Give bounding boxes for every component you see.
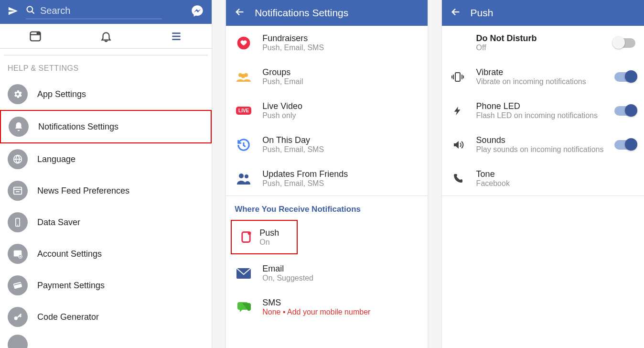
item-push[interactable]: Push On	[231, 220, 298, 254]
back-icon[interactable]	[451, 7, 461, 20]
item-live-video[interactable]: LIVE Live Video Push only	[226, 94, 427, 128]
item-sub: On, Suggested	[262, 274, 313, 283]
back-icon[interactable]	[235, 7, 245, 20]
menu-label: Language	[37, 154, 75, 164]
item-sub: Play sounds on incoming notifications	[476, 145, 604, 154]
more-icon	[8, 335, 28, 348]
push-settings-panel: Push Do Not Disturb Off Vibrate Vibrate …	[442, 0, 644, 348]
topbar	[0, 0, 212, 24]
groups-icon	[235, 68, 253, 86]
item-title: Updates From Friends	[262, 169, 348, 179]
email-icon	[235, 264, 253, 283]
item-tone[interactable]: Tone Facebook	[442, 162, 644, 196]
item-title: Do Not Disturb	[476, 33, 537, 44]
toggle-sounds[interactable]	[614, 140, 635, 150]
svg-rect-32	[455, 73, 460, 81]
search-input[interactable]	[39, 5, 162, 17]
item-title: Tone	[476, 169, 510, 179]
key-icon	[8, 307, 28, 327]
history-icon	[235, 136, 253, 154]
item-title: Live Video	[262, 101, 302, 111]
toggle-dnd[interactable]	[614, 38, 635, 48]
header: Notifications Settings	[226, 0, 427, 26]
item-sub: Flash LED on incoming notifications	[476, 111, 598, 120]
header-title: Notifications Settings	[255, 7, 348, 19]
bolt-icon	[449, 102, 467, 120]
settings-panel: HELP & SETTINGS App Settings Notificatio…	[0, 0, 212, 348]
menu-label: News Feed Preferences	[37, 186, 129, 196]
item-fundraisers[interactable]: Fundraisers Push, Email, SMS	[226, 26, 427, 60]
svg-point-5	[39, 33, 40, 33]
menu-data-saver[interactable]: Data Saver	[0, 207, 212, 238]
menu-notifications-settings[interactable]: Notifications Settings	[0, 110, 212, 143]
toggle-led[interactable]	[614, 106, 635, 116]
item-sounds[interactable]: Sounds Play sounds on incoming notificat…	[442, 128, 644, 162]
menu-label: Notifications Settings	[38, 122, 118, 132]
item-email[interactable]: Email On, Suggested	[226, 256, 427, 290]
item-do-not-disturb[interactable]: Do Not Disturb Off	[442, 26, 644, 60]
item-title: Vibrate	[476, 67, 586, 77]
item-phone-led[interactable]: Phone LED Flash LED on incoming notifica…	[442, 94, 644, 128]
card-icon	[8, 275, 28, 295]
header-title: Push	[471, 7, 494, 19]
help-settings-header: HELP & SETTINGS	[0, 55, 212, 78]
friends-icon	[235, 170, 253, 188]
item-sub: Push only	[262, 111, 302, 120]
menu-label: Code Generator	[37, 312, 99, 322]
svg-point-27	[245, 174, 248, 178]
item-sub: Vibrate on incoming notifications	[476, 77, 586, 86]
item-title: SMS	[262, 298, 370, 308]
messenger-icon[interactable]	[191, 4, 204, 20]
menu-news-feed[interactable]: News Feed Preferences	[0, 175, 212, 207]
svg-point-25	[241, 74, 246, 78]
menu-payment-settings[interactable]: Payment Settings	[0, 270, 212, 301]
send-icon[interactable]	[8, 6, 18, 18]
item-sub: Off	[476, 44, 537, 52]
item-sms[interactable]: SMS None • Add your mobile number	[226, 290, 427, 324]
svg-point-0	[27, 6, 33, 12]
globe-icon	[8, 149, 28, 169]
gear-icon	[8, 84, 28, 104]
tab-menu[interactable]	[141, 30, 212, 43]
fundraisers-icon	[235, 34, 253, 52]
menu-more[interactable]	[0, 333, 212, 348]
svg-point-4	[37, 33, 38, 33]
item-title: Phone LED	[476, 101, 598, 111]
item-sub: On	[259, 238, 279, 247]
menu-language[interactable]: Language	[0, 143, 212, 175]
item-groups[interactable]: Groups Push, Email	[226, 60, 427, 94]
feed-icon	[8, 181, 28, 201]
menu-account-settings[interactable]: Account Settings	[0, 238, 212, 270]
search-wrap[interactable]	[26, 5, 162, 19]
item-title: On This Day	[262, 135, 324, 145]
item-title: Fundraisers	[262, 33, 324, 44]
item-updates-friends[interactable]: Updates From Friends Push, Email, SMS	[226, 162, 427, 196]
svg-point-20	[14, 316, 18, 320]
bell-icon	[9, 117, 29, 137]
nav-tabs	[0, 24, 212, 49]
push-icon	[238, 228, 254, 246]
tab-feed[interactable]	[0, 30, 71, 43]
item-title: Groups	[262, 67, 303, 77]
svg-point-29	[248, 231, 251, 235]
menu-label: Payment Settings	[37, 281, 105, 291]
svg-rect-11	[14, 187, 22, 195]
menu-label: App Settings	[37, 89, 86, 99]
speaker-icon	[449, 136, 467, 154]
item-sub: Push, Email	[262, 77, 303, 86]
item-on-this-day[interactable]: On This Day Push, Email, SMS	[226, 128, 427, 162]
item-sub: Push, Email, SMS	[262, 145, 324, 154]
search-icon	[26, 5, 35, 17]
svg-point-26	[239, 174, 244, 178]
menu-code-generator[interactable]: Code Generator	[0, 301, 212, 333]
menu-label: Account Settings	[37, 249, 102, 259]
menu-app-settings[interactable]: App Settings	[0, 78, 212, 110]
item-vibrate[interactable]: Vibrate Vibrate on incoming notification…	[442, 60, 644, 94]
account-icon	[8, 244, 28, 264]
tab-notifications[interactable]	[71, 30, 141, 43]
item-title: Sounds	[476, 135, 604, 145]
phone-call-icon	[449, 170, 467, 188]
toggle-vibrate[interactable]	[614, 72, 635, 82]
sms-icon	[235, 298, 253, 316]
item-sub: Facebook	[476, 179, 510, 188]
